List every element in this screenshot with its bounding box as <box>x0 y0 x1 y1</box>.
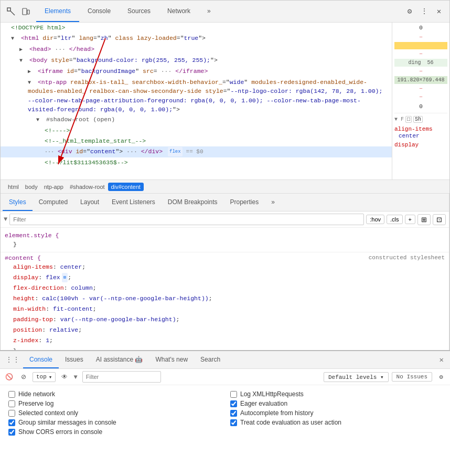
console-stop-btn[interactable]: ⊘ <box>18 371 29 383</box>
right-checkbox-btn[interactable]: □ <box>405 116 412 123</box>
toggle2-button[interactable]: ⊡ <box>433 214 446 225</box>
treat-code-checkbox[interactable] <box>230 419 237 426</box>
device-icon[interactable] <box>19 5 32 18</box>
dom-ntp-app[interactable]: <ntp-app realbox-is-tall_ searchbox-widt… <box>1 77 392 114</box>
flex-direction-prop: flex-direction: column; <box>5 283 445 293</box>
tab-network[interactable]: Network <box>159 1 199 22</box>
hide-network-row: Hide network <box>8 389 220 399</box>
autocomplete-row: Autocomplete from history <box>230 408 442 418</box>
tab-properties[interactable]: Properties <box>224 194 265 211</box>
preserve-log-row: Preserve log <box>8 399 220 408</box>
breadcrumb-div-content[interactable]: div#content <box>108 183 144 191</box>
hide-network-checkbox[interactable] <box>8 391 15 398</box>
right-align-items-prop: align-items center <box>392 124 449 140</box>
right-size-val: 191.820×769.448 <box>394 76 447 84</box>
cls-button[interactable]: .cls <box>387 215 403 224</box>
hov-button[interactable]: :hov <box>366 215 384 224</box>
menu-icon[interactable]: ⋮ <box>418 5 431 18</box>
tab-more[interactable]: » <box>199 1 219 22</box>
show-cors-row: Show CORS errors in console <box>8 427 220 437</box>
dom-html[interactable]: <html dir="ltr" lang="zh" class lazy-loa… <box>1 33 392 44</box>
breadcrumb-html[interactable]: html <box>5 183 22 191</box>
inspect-icon[interactable] <box>5 5 17 18</box>
tab-console[interactable]: Console <box>79 1 119 22</box>
console-tab-whatsnew[interactable]: What's new <box>149 351 194 368</box>
main-panel: <!DOCTYPE html> <html dir="ltr" lang="zh… <box>1 23 449 475</box>
dom-shadow-root[interactable]: #shadow-root (open) <box>1 114 392 125</box>
display-prop: display: flex⊞; <box>5 272 445 283</box>
console-eye-btn[interactable]: 👁 <box>59 371 70 383</box>
console-settings-col1: Hide network Preserve log Selected conte… <box>8 389 220 472</box>
right-filter-bar: ▼ F □ Sh <box>392 114 449 124</box>
no-issues-badge: No Issues <box>392 372 432 382</box>
right-bar-yellow <box>394 42 447 49</box>
group-messages-row: Group similar messages in console <box>8 418 220 427</box>
close-icon[interactable]: ✕ <box>433 5 445 18</box>
right-numbers-panel: 0 − − ding 56 − 191.820×769.448 − − 0 ▼ … <box>392 23 449 179</box>
filter-input[interactable] <box>9 214 364 225</box>
console-panel: ⋮⋮ Console Issues AI assistance 🤖 What's… <box>1 350 449 475</box>
right-num-dash1: − <box>392 33 449 41</box>
tab-styles[interactable]: Styles <box>3 194 33 211</box>
tab-elements[interactable]: Elements <box>36 1 79 22</box>
position-prop: position: relative; <box>5 325 445 335</box>
default-levels-dropdown[interactable]: Default levels ▾ <box>324 372 389 382</box>
right-display-prop: display <box>392 140 449 150</box>
dom-comment1[interactable]: <!----> <box>1 125 392 136</box>
selected-context-checkbox[interactable] <box>8 410 15 417</box>
tab-layout[interactable]: Layout <box>74 194 105 211</box>
autocomplete-label: Autocomplete from history <box>240 409 313 417</box>
console-tab-search[interactable]: Search <box>194 351 227 368</box>
dom-iframe[interactable]: <iframe id="backgroundImage" src= ··· </… <box>1 66 392 77</box>
console-filter-input[interactable] <box>82 371 161 383</box>
console-gear-btn[interactable]: ⚙ <box>435 371 447 383</box>
filter-f-icon: ▼ F <box>394 117 404 122</box>
dom-doctype[interactable]: <!DOCTYPE html> <box>1 23 392 33</box>
right-separator <box>394 113 447 113</box>
add-style-button[interactable]: + <box>405 215 415 224</box>
console-close-btn[interactable]: ✕ <box>435 355 448 364</box>
height-prop: height: calc(100vh - var(--ntp-one-googl… <box>5 293 445 304</box>
console-clear-btn[interactable]: 🚫 <box>3 371 15 383</box>
console-tab-console[interactable]: Console <box>23 351 59 368</box>
selected-context-row: Selected context only <box>8 408 220 418</box>
group-messages-checkbox[interactable] <box>8 419 15 426</box>
dom-comment3[interactable]: <!--?lit$3113453635$--> <box>1 157 392 168</box>
z-index-prop: z-index: 1; <box>5 335 445 346</box>
content-selector-row: constructed stylesheet #content { <box>5 255 445 262</box>
console-settings-col2: Log XMLHttpRequests Eager evaluation Aut… <box>230 389 442 472</box>
show-cors-checkbox[interactable] <box>8 429 15 436</box>
log-xhr-label: Log XMLHttpRequests <box>240 390 304 398</box>
log-xhr-checkbox[interactable] <box>230 391 237 398</box>
eager-eval-row: Eager evaluation <box>230 399 442 408</box>
dom-head[interactable]: <head> ··· </head> <box>1 44 392 55</box>
breadcrumb-body[interactable]: body <box>22 183 41 191</box>
group-messages-label: Group similar messages in console <box>18 419 116 426</box>
autocomplete-checkbox[interactable] <box>230 410 237 417</box>
preserve-log-checkbox[interactable] <box>8 400 15 407</box>
dom-comment2[interactable]: <!--_html_template_start_--> <box>1 136 392 146</box>
styles-tabs: Styles Computed Layout Event Listeners D… <box>1 194 449 211</box>
tab-event-listeners[interactable]: Event Listeners <box>105 194 162 211</box>
dom-body[interactable]: <body style="background-color: rgb(255, … <box>1 55 392 66</box>
dom-content-div[interactable]: ··· <div id="content"> ··· </div> flex =… <box>1 146 392 157</box>
console-tab-ai[interactable]: AI assistance 🤖 <box>90 351 149 368</box>
settings-icon[interactable]: ⚙ <box>403 5 416 18</box>
eager-eval-checkbox[interactable] <box>230 400 237 407</box>
tab-more-styles[interactable]: » <box>265 194 281 211</box>
min-width-prop: min-width: fit-content; <box>5 304 445 314</box>
hide-network-label: Hide network <box>18 390 55 398</box>
tab-computed[interactable]: Computed <box>33 194 74 211</box>
right-sh-btn[interactable]: Sh <box>413 116 423 123</box>
selected-context-label: Selected context only <box>18 409 78 417</box>
console-tab-issues[interactable]: Issues <box>59 351 90 368</box>
tab-dom-breakpoints[interactable]: DOM Breakpoints <box>162 194 224 211</box>
toggle1-button[interactable]: ⊞ <box>417 214 431 225</box>
svg-line-1 <box>10 11 15 15</box>
context-select[interactable]: top ▾ <box>33 372 56 382</box>
breadcrumb-shadow-root[interactable]: #shadow-root <box>67 183 108 191</box>
dom-tree[interactable]: <!DOCTYPE html> <html dir="ltr" lang="zh… <box>1 23 392 179</box>
tab-sources[interactable]: Sources <box>119 1 159 22</box>
breadcrumb-ntp-app[interactable]: ntp-app <box>41 183 67 191</box>
toolbar-right: ⚙ ⋮ ✕ <box>403 5 445 18</box>
